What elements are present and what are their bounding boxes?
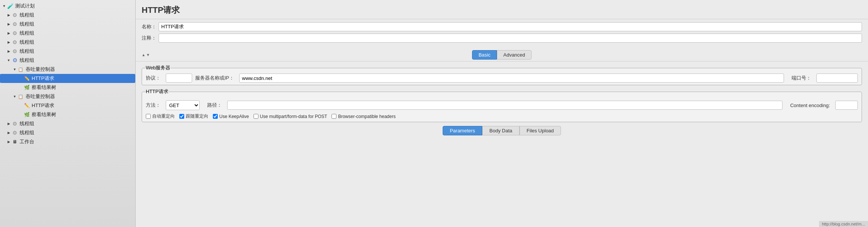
checkbox-browser-headers-label[interactable]: Browser-compatible headers	[332, 114, 396, 119]
status-bar: http://blog.csdn.net/m...	[819, 221, 868, 227]
checkbox-multipart[interactable]	[254, 114, 258, 119]
server-input[interactable]	[239, 74, 784, 83]
sidebar-item-workbench[interactable]: 🖥 工作台	[0, 137, 135, 146]
http-icon-2: ✏️	[23, 102, 30, 109]
checkbox-multipart-text: Use multipart/form-data for POST	[260, 114, 327, 119]
root-icon: 🧪	[7, 3, 14, 9]
sidebar-item-result1[interactable]: 🌿 察看结果树	[0, 83, 135, 92]
checkbox-browser-headers-text: Browser-compatible headers	[338, 114, 396, 119]
sidebar-item-tg5[interactable]: 线程组	[0, 47, 135, 56]
result-icon-1: 🌿	[23, 84, 30, 91]
workbench-icon: 🖥	[11, 138, 18, 145]
sidebar-item-label-tg7: 线程组	[20, 120, 34, 127]
sidebar-item-label-tg8: 线程组	[20, 129, 34, 136]
sidebar-item-tg3[interactable]: 线程组	[0, 29, 135, 38]
bottom-tabs: Parameters Body Data Files Upload	[136, 124, 868, 137]
gear-icon-tg8	[11, 129, 18, 136]
checkbox-multipart-label[interactable]: Use multipart/form-data for POST	[254, 114, 327, 119]
checkbox-row: 自动重定向 跟随重定向 Use KeepAlive Use multipart/…	[146, 113, 858, 120]
checkbox-keepalive[interactable]	[213, 114, 218, 119]
expand-arrow-tg3	[6, 31, 11, 36]
gear-icon-tg4	[11, 39, 18, 46]
expand-arrow-tc1	[12, 67, 17, 72]
name-row: 名称：	[142, 22, 862, 31]
expand-arrow-tg2	[6, 21, 11, 27]
sidebar-item-label-result2: 察看结果树	[32, 111, 56, 118]
sidebar-item-label-tg1: 线程组	[20, 12, 34, 18]
tab-body-data[interactable]: Body Data	[482, 126, 520, 135]
checkbox-keepalive-text: Use KeepAlive	[219, 114, 249, 119]
path-label: 路径：	[207, 102, 222, 109]
sidebar-item-tg7[interactable]: 线程组	[0, 119, 135, 128]
name-label: 名称：	[142, 23, 156, 30]
expand-arrow-tc2	[12, 94, 17, 99]
sidebar-item-label-tg3: 线程组	[20, 30, 34, 37]
checkbox-keepalive-label[interactable]: Use KeepAlive	[213, 114, 249, 119]
sidebar-item-result2[interactable]: 🌿 察看结果树	[0, 110, 135, 119]
status-url: http://blog.csdn.net/m...	[822, 222, 865, 226]
method-row: 方法： GET POST PUT DELETE HEAD OPTIONS PAT…	[146, 100, 858, 110]
protocol-input[interactable]	[166, 74, 192, 83]
tab-parameters[interactable]: Parameters	[443, 126, 482, 135]
sidebar-item-tg6[interactable]: ⚙ 线程组	[0, 56, 135, 65]
comment-input[interactable]	[159, 34, 862, 43]
sidebar-item-tg1[interactable]: 线程组	[0, 11, 135, 20]
expand-arrow-workbench	[6, 139, 11, 144]
server-row: 协议： 服务器名称或IP： 端口号：	[146, 74, 858, 83]
expand-arrow-tg6	[6, 58, 11, 63]
checkbox-follow-redirect[interactable]	[179, 114, 184, 119]
checkbox-auto-redirect-text: 自动重定向	[152, 113, 175, 120]
sidebar-item-label-tg5: 线程组	[20, 48, 34, 55]
controller-icon-2: 📋	[17, 93, 24, 100]
sidebar-item-tc1[interactable]: 📋 吞吐量控制器	[0, 65, 135, 74]
expand-arrow-tg7	[6, 121, 11, 126]
gear-icon-tg2	[11, 21, 18, 28]
scroll-right-arrow[interactable]: ▼	[146, 53, 150, 57]
checkbox-auto-redirect-label[interactable]: 自动重定向	[146, 113, 175, 120]
checkbox-auto-redirect[interactable]	[146, 114, 151, 119]
sidebar-item-label-workbench: 工作台	[20, 138, 34, 145]
sidebar-item-label-root: 测试计划	[15, 3, 35, 9]
tab-basic[interactable]: Basic	[472, 50, 497, 60]
sidebar-item-tg2[interactable]: 线程组	[0, 20, 135, 29]
port-label: 端口号：	[792, 75, 811, 81]
expand-arrow-tg1	[6, 12, 11, 18]
http-request-section: HTTP请求 方法： GET POST PUT DELETE HEAD OPTI…	[142, 88, 862, 122]
checkbox-follow-redirect-text: 跟随重定向	[186, 113, 208, 120]
scroll-left-arrow[interactable]: ▲	[142, 53, 145, 57]
sidebar-item-http2[interactable]: ✏️ HTTP请求	[0, 101, 135, 110]
main-panel: HTTP请求 名称： 注释： ▲ ▼ Basic Advanced Web服务器	[136, 0, 868, 227]
expand-arrow-root	[2, 3, 7, 9]
web-server-legend: Web服务器	[146, 64, 171, 71]
method-select[interactable]: GET POST PUT DELETE HEAD OPTIONS PATCH	[166, 100, 200, 110]
comment-label: 注释：	[142, 35, 156, 41]
sidebar-item-tg4[interactable]: 线程组	[0, 38, 135, 47]
path-input[interactable]	[227, 101, 782, 110]
sidebar-item-root[interactable]: 🧪 测试计划	[0, 2, 135, 11]
sidebar-item-label-tg2: 线程组	[20, 21, 34, 28]
checkbox-follow-redirect-label[interactable]: 跟随重定向	[179, 113, 208, 120]
name-input[interactable]	[159, 22, 862, 31]
sidebar-item-label-http1: HTTP请求	[32, 75, 54, 82]
sidebar-item-label-tg4: 线程组	[20, 39, 34, 46]
http-request-legend: HTTP请求	[146, 88, 168, 95]
port-input[interactable]	[816, 74, 858, 83]
http-icon-1: ✏️	[23, 75, 30, 82]
expand-arrow-tg5	[6, 49, 11, 54]
method-label: 方法：	[146, 102, 160, 109]
gear-icon-tg5	[11, 48, 18, 55]
content-encoding-input[interactable]	[835, 101, 858, 110]
tab-advanced[interactable]: Advanced	[497, 50, 532, 60]
sidebar-item-label-result1: 察看结果树	[32, 84, 56, 91]
tab-files-upload[interactable]: Files Upload	[520, 126, 561, 135]
sidebar-item-http1[interactable]: ✏️ HTTP请求	[0, 74, 135, 83]
basic-advanced-tabs: Basic Advanced	[472, 50, 532, 60]
sidebar-item-label-tc2: 吞吐量控制器	[26, 93, 55, 100]
page-title: HTTP请求	[136, 0, 868, 19]
sidebar-item-label-tg6: 线程组	[20, 57, 34, 64]
gear-icon-tg1	[11, 12, 18, 18]
checkbox-browser-headers[interactable]	[332, 114, 336, 119]
content-encoding-label: Content encoding:	[790, 103, 830, 108]
sidebar-item-tc2[interactable]: 📋 吞吐量控制器	[0, 92, 135, 101]
sidebar-item-tg8[interactable]: 线程组	[0, 128, 135, 137]
